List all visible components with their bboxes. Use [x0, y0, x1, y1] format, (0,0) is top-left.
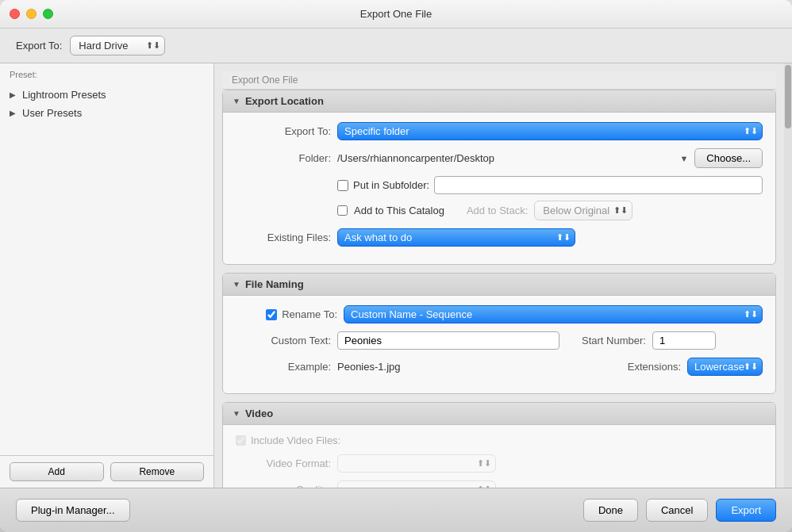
folder-label: Folder:: [236, 152, 331, 164]
toolbar: Export To: Hard Drive Email CD/DVD ⬆⬇: [0, 29, 792, 63]
export-to-row: Export To: Specific folder Desktop Docum…: [236, 122, 763, 140]
existing-files-select[interactable]: Ask what to do Choose a new name for the…: [337, 228, 575, 247]
main-window: Export One File Export To: Hard Drive Em…: [0, 0, 792, 532]
file-naming-section: ▼ File Naming Rename To: Cu: [222, 273, 776, 394]
video-format-row: Video Format: Original H.264 ⬆⬇: [236, 454, 763, 473]
export-to-dropdown-wrapper[interactable]: Specific folder Desktop Documents Home ⬆…: [337, 122, 763, 140]
content-area: Preset: ▶ Lightroom Presets ▶ User Prese…: [0, 63, 792, 488]
plugin-manager-button[interactable]: Plug-in Manager...: [16, 499, 130, 522]
folder-path-row: /Users/rhiannoncarpenter/Desktop ▼ Choos…: [337, 148, 763, 168]
add-stack-label: Add to Stack:: [467, 205, 528, 216]
subfolder-input[interactable]: [434, 176, 763, 194]
existing-files-label: Existing Files:: [236, 232, 331, 243]
export-location-body: Export To: Specific folder Desktop Docum…: [223, 113, 775, 264]
footer-left: Plug-in Manager...: [16, 499, 130, 522]
export-location-header[interactable]: ▼ Export Location: [223, 90, 775, 113]
export-to-form-label: Export To:: [236, 125, 331, 137]
subfolder-label: Put in Subfolder:: [353, 179, 429, 191]
section-collapse-icon: ▼: [233, 97, 240, 105]
footer: Plug-in Manager... Done Cancel Export: [0, 488, 792, 532]
extensions-wrapper[interactable]: Lowercase Uppercase ⬆⬇: [687, 358, 763, 376]
add-stack-wrapper: Below Original Above Original ⬆⬇: [534, 201, 632, 220]
custom-text-row: Custom Text: Start Number:: [236, 331, 763, 350]
sidebar-content: ▶ Lightroom Presets ▶ User Presets: [0, 82, 213, 455]
rename-row: Rename To: Custom Name - Sequence Filena…: [236, 305, 763, 323]
close-button[interactable]: [10, 9, 20, 19]
video-section: ▼ Video Include Video Files:: [222, 402, 776, 488]
video-format-select[interactable]: Original H.264: [337, 454, 496, 473]
sidebar-item-lightroom[interactable]: ▶ Lightroom Presets: [0, 86, 213, 104]
file-naming-collapse-icon: ▼: [233, 280, 240, 289]
rename-to-wrapper[interactable]: Custom Name - Sequence Filename Custom N…: [344, 305, 763, 323]
video-format-wrapper[interactable]: Original H.264 ⬆⬇: [337, 454, 496, 473]
extensions-label: Extensions:: [628, 361, 681, 373]
traffic-lights: [10, 9, 53, 19]
add-catalog-label: Add to This Catalog: [354, 205, 444, 216]
example-row: Example: Peonies-1.jpg Extensions: Lower…: [236, 358, 763, 376]
add-stack-select: Below Original Above Original: [534, 201, 632, 220]
video-format-label: Video Format:: [236, 457, 331, 469]
breadcrumb: Export One File: [222, 71, 776, 90]
catalog-stack-row: Add to This Catalog Add to Stack: Below …: [337, 201, 763, 220]
main-area: Export One File ▼ Export Location Export…: [214, 63, 784, 488]
file-naming-header[interactable]: ▼ File Naming: [223, 274, 775, 296]
add-button[interactable]: Add: [10, 462, 104, 481]
existing-files-wrapper[interactable]: Ask what to do Choose a new name for the…: [337, 228, 575, 247]
main-outer: Export One File ▼ Export Location Export…: [214, 63, 792, 488]
include-video-checkbox[interactable]: [236, 435, 246, 446]
video-header[interactable]: ▼ Video: [223, 403, 775, 425]
start-number-input[interactable]: [652, 331, 716, 350]
rename-to-select[interactable]: Custom Name - Sequence Filename Custom N…: [344, 305, 763, 323]
start-number-label: Start Number:: [582, 335, 646, 346]
done-button[interactable]: Done: [583, 499, 638, 522]
video-title: Video: [245, 408, 273, 419]
folder-path-value: /Users/rhiannoncarpenter/Desktop: [337, 152, 673, 164]
file-naming-title: File Naming: [245, 278, 304, 290]
sidebar-item-lightroom-label: Lightroom Presets: [22, 89, 106, 101]
include-video-row: Include Video Files:: [236, 434, 763, 446]
cancel-button[interactable]: Cancel: [646, 499, 708, 522]
choose-button[interactable]: Choose...: [694, 148, 763, 168]
example-label: Example:: [236, 361, 331, 373]
scrollbar[interactable]: [784, 63, 792, 488]
file-naming-body: Rename To: Custom Name - Sequence Filena…: [223, 296, 775, 393]
folder-row: Folder: /Users/rhiannoncarpenter/Desktop…: [236, 148, 763, 168]
extensions-select[interactable]: Lowercase Uppercase: [687, 358, 763, 376]
export-button[interactable]: Export: [716, 499, 776, 522]
video-quality-select[interactable]: Max High: [337, 480, 496, 488]
subfolder-checkbox[interactable]: [337, 180, 348, 191]
export-to-dropdown[interactable]: Specific folder Desktop Documents Home: [337, 122, 763, 140]
rename-checkbox[interactable]: [266, 309, 277, 320]
subfolder-row: Put in Subfolder:: [337, 176, 763, 194]
export-location-title: Export Location: [245, 95, 324, 107]
minimize-button[interactable]: [26, 9, 37, 19]
example-value: Peonies-1.jpg: [337, 361, 606, 373]
export-location-section: ▼ Export Location Export To: Specific fo…: [222, 90, 776, 265]
sidebar: Preset: ▶ Lightroom Presets ▶ User Prese…: [0, 63, 214, 488]
remove-button[interactable]: Remove: [110, 462, 205, 481]
chevron-right-icon: ▶: [10, 109, 19, 117]
folder-arrow-icon: ▼: [679, 154, 688, 163]
export-to-select[interactable]: Hard Drive Email CD/DVD: [70, 36, 165, 55]
video-collapse-icon: ▼: [233, 409, 240, 418]
sidebar-item-user[interactable]: ▶ User Presets: [0, 104, 213, 122]
include-video-label: Include Video Files:: [251, 434, 340, 446]
maximize-button[interactable]: [43, 9, 53, 19]
video-quality-row: Quality: Max High ⬆⬇: [236, 480, 763, 488]
existing-files-row: Existing Files: Ask what to do Choose a …: [236, 228, 763, 247]
export-to-wrapper[interactable]: Hard Drive Email CD/DVD ⬆⬇: [70, 36, 165, 55]
rename-label: Rename To:: [282, 308, 337, 320]
custom-text-input[interactable]: [337, 331, 559, 350]
video-body: Include Video Files: Video Format: Origi…: [223, 425, 775, 488]
title-bar: Export One File: [0, 0, 792, 29]
sidebar-header: Preset:: [0, 63, 213, 82]
video-quality-wrapper[interactable]: Max High ⬆⬇: [337, 480, 496, 488]
footer-right: Done Cancel Export: [583, 499, 776, 522]
toolbar-export-label: Export To:: [16, 40, 62, 52]
add-catalog-checkbox[interactable]: [337, 205, 348, 216]
chevron-right-icon: ▶: [10, 90, 19, 99]
sidebar-item-user-label: User Presets: [22, 107, 82, 119]
scrollbar-thumb[interactable]: [785, 65, 791, 128]
sidebar-footer: Add Remove: [0, 455, 213, 488]
custom-text-label: Custom Text:: [236, 335, 331, 346]
